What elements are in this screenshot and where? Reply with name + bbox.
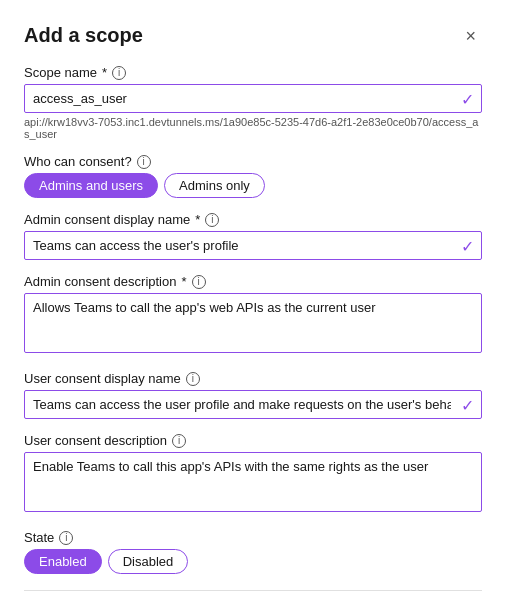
scope-name-input[interactable]: [24, 84, 482, 113]
scope-name-info-icon: i: [112, 66, 126, 80]
admin-consent-display-name-check-icon: ✓: [461, 236, 474, 255]
user-consent-description-input[interactable]: Enable Teams to call this app's APIs wit…: [24, 452, 482, 512]
state-label: State i: [24, 530, 482, 545]
close-button[interactable]: ×: [459, 25, 482, 47]
user-consent-display-name-info-icon: i: [186, 372, 200, 386]
admins-and-users-button[interactable]: Admins and users: [24, 173, 158, 198]
consent-buttons: Admins and users Admins only: [24, 173, 482, 198]
admin-consent-description-info-icon: i: [192, 275, 206, 289]
dialog-title: Add a scope: [24, 24, 143, 47]
admin-consent-display-name-input[interactable]: [24, 231, 482, 260]
state-buttons: Enabled Disabled: [24, 549, 482, 574]
user-consent-display-name-label: User consent display name i: [24, 371, 482, 386]
admin-consent-display-name-label: Admin consent display name * i: [24, 212, 482, 227]
state-info-icon: i: [59, 531, 73, 545]
user-consent-display-name-input[interactable]: [24, 390, 482, 419]
admin-consent-description-group: Admin consent description * i Allows Tea…: [24, 274, 482, 357]
state-group: State i Enabled Disabled: [24, 530, 482, 574]
enabled-button[interactable]: Enabled: [24, 549, 102, 574]
admin-consent-description-label: Admin consent description * i: [24, 274, 482, 289]
api-url-text: api://krw18vv3-7053.inc1.devtunnels.ms/1…: [24, 116, 482, 140]
scope-name-check-icon: ✓: [461, 89, 474, 108]
scope-name-input-wrapper: ✓: [24, 84, 482, 113]
admins-only-button[interactable]: Admins only: [164, 173, 265, 198]
who-can-consent-info-icon: i: [137, 155, 151, 169]
admin-consent-display-name-input-wrapper: ✓: [24, 231, 482, 260]
admin-consent-display-name-group: Admin consent display name * i ✓: [24, 212, 482, 260]
user-consent-display-name-input-wrapper: ✓: [24, 390, 482, 419]
who-can-consent-label: Who can consent? i: [24, 154, 482, 169]
footer-divider: [24, 590, 482, 591]
user-consent-display-name-group: User consent display name i ✓: [24, 371, 482, 419]
admin-consent-description-input[interactable]: Allows Teams to call the app's web APIs …: [24, 293, 482, 353]
add-scope-dialog: Add a scope × Scope name * i ✓ api://krw…: [0, 0, 506, 605]
user-consent-display-name-check-icon: ✓: [461, 395, 474, 414]
scope-name-group: Scope name * i ✓ api://krw18vv3-7053.inc…: [24, 65, 482, 140]
who-can-consent-group: Who can consent? i Admins and users Admi…: [24, 154, 482, 198]
user-consent-description-label: User consent description i: [24, 433, 482, 448]
user-consent-description-group: User consent description i Enable Teams …: [24, 433, 482, 516]
scope-name-label: Scope name * i: [24, 65, 482, 80]
dialog-header: Add a scope ×: [24, 24, 482, 47]
user-consent-description-info-icon: i: [172, 434, 186, 448]
disabled-button[interactable]: Disabled: [108, 549, 189, 574]
admin-consent-display-name-info-icon: i: [205, 213, 219, 227]
